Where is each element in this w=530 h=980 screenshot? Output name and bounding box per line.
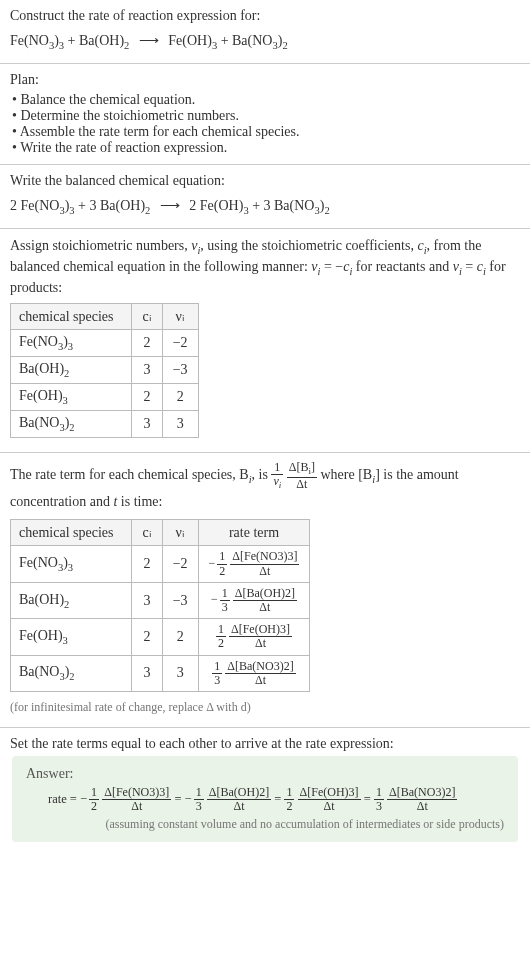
fraction: Δ[Ba(OH)2]Δt bbox=[233, 587, 297, 614]
numerator: Δ[Fe(NO3)3] bbox=[102, 786, 171, 800]
sub: 2 bbox=[145, 205, 150, 216]
species: Fe(OH) bbox=[168, 33, 212, 48]
sub: 3 bbox=[59, 40, 64, 51]
numerator: 1 bbox=[212, 660, 222, 674]
text: Ba(NO bbox=[19, 664, 59, 679]
answer-box: Answer: rate = −12 Δ[Fe(NO3)3]Δt = −13 Δ… bbox=[12, 756, 518, 842]
coeff: 2 bbox=[189, 198, 200, 213]
sign: − bbox=[185, 792, 192, 806]
numerator: Δ[Ba(OH)2] bbox=[233, 587, 297, 601]
table-row: Fe(OH)3 2 2 bbox=[11, 384, 199, 411]
rate-expression: rate = −12 Δ[Fe(NO3)3]Δt = −13 Δ[Ba(OH)2… bbox=[26, 786, 504, 813]
species: Ba(OH) bbox=[79, 33, 124, 48]
species: Ba(OH) bbox=[100, 198, 145, 213]
denominator: 3 bbox=[220, 601, 230, 614]
numerator: 1 bbox=[374, 786, 384, 800]
sub: 2 bbox=[124, 40, 129, 51]
text: Fe(OH) bbox=[19, 628, 63, 643]
final-section: Set the rate terms equal to each other t… bbox=[0, 728, 530, 858]
sign: − bbox=[80, 792, 87, 806]
text: Ba(NO bbox=[19, 415, 59, 430]
sub: 3 bbox=[69, 205, 74, 216]
fraction: 13 bbox=[194, 786, 204, 813]
table-row: Ba(NO3)2 3 3 bbox=[11, 410, 199, 437]
coeff: 3 bbox=[89, 198, 100, 213]
col-nui: νᵢ bbox=[162, 304, 198, 330]
cell-nui: 3 bbox=[162, 655, 198, 691]
denominator: νi bbox=[271, 475, 283, 491]
stoich-intro: Assign stoichiometric numbers, νi, using… bbox=[10, 237, 520, 298]
numerator: Δ[Ba(OH)2] bbox=[207, 786, 271, 800]
plus: + bbox=[68, 33, 79, 48]
denominator: 3 bbox=[194, 800, 204, 813]
fraction: 13 bbox=[220, 587, 230, 614]
cell-species: Ba(OH)2 bbox=[11, 582, 132, 618]
text: = − bbox=[320, 259, 343, 274]
fraction: Δ[Fe(NO3)3]Δt bbox=[230, 550, 299, 577]
numerator: 1 bbox=[89, 786, 99, 800]
sub: 3 bbox=[63, 395, 68, 406]
denominator: Δt bbox=[207, 800, 271, 813]
balanced-heading: Write the balanced chemical equation: bbox=[10, 173, 520, 189]
species: Fe(NO bbox=[10, 33, 49, 48]
text: The rate term for each chemical species,… bbox=[10, 467, 249, 482]
rate-word: rate = bbox=[48, 792, 80, 806]
text: where [B bbox=[321, 467, 373, 482]
denominator: Δt bbox=[230, 565, 299, 578]
cell-nui: −3 bbox=[162, 582, 198, 618]
table-row: Fe(OH)3 2 2 12 Δ[Fe(OH)3]Δt bbox=[11, 619, 310, 655]
table-row: Fe(NO3)3 2 −2 −12 Δ[Fe(NO3)3]Δt bbox=[11, 546, 310, 582]
text: Δ[B bbox=[289, 460, 309, 474]
text: ] bbox=[311, 460, 315, 474]
species: Ba(NO bbox=[274, 198, 314, 213]
denominator: 2 bbox=[216, 637, 226, 650]
rateterm-intro: The rate term for each chemical species,… bbox=[10, 461, 520, 514]
reaction-arrow-icon: ⟶ bbox=[133, 33, 165, 48]
table-header-row: chemical species cᵢ νᵢ bbox=[11, 304, 199, 330]
fraction: 13 bbox=[374, 786, 384, 813]
cell-ci: 2 bbox=[132, 619, 162, 655]
cell-rate: −12 Δ[Fe(NO3)3]Δt bbox=[198, 546, 310, 582]
sub: 3 bbox=[68, 341, 73, 352]
cell-ci: 3 bbox=[132, 582, 162, 618]
sub: 2 bbox=[64, 368, 69, 379]
text: Ba(OH) bbox=[19, 592, 64, 607]
cell-nui: −3 bbox=[162, 357, 198, 384]
final-heading: Set the rate terms equal to each other t… bbox=[10, 736, 520, 752]
table-row: Ba(OH)2 3 −3 −13 Δ[Ba(OH)2]Δt bbox=[11, 582, 310, 618]
cell-nui: 2 bbox=[162, 619, 198, 655]
cell-ci: 3 bbox=[132, 410, 162, 437]
answer-note: (assuming constant volume and no accumul… bbox=[26, 817, 504, 832]
species: Fe(NO bbox=[21, 198, 60, 213]
cell-species: Fe(NO3)3 bbox=[11, 546, 132, 582]
species: Ba(NO bbox=[232, 33, 272, 48]
text: Fe(OH) bbox=[19, 388, 63, 403]
cell-nui: −2 bbox=[162, 330, 198, 357]
sub: 2 bbox=[69, 422, 74, 433]
sub: i bbox=[279, 480, 282, 490]
denominator: Δt bbox=[298, 800, 361, 813]
col-nui: νᵢ bbox=[162, 520, 198, 546]
cell-ci: 2 bbox=[132, 546, 162, 582]
denominator: 2 bbox=[89, 800, 99, 813]
plus: + bbox=[252, 198, 263, 213]
fraction: Δ[Ba(OH)2]Δt bbox=[207, 786, 271, 813]
cell-nui: 3 bbox=[162, 410, 198, 437]
balanced-section: Write the balanced chemical equation: 2 … bbox=[0, 165, 530, 229]
fraction: 12 bbox=[284, 786, 294, 813]
fraction: Δ[Bi]Δt bbox=[287, 461, 317, 491]
col-ci: cᵢ bbox=[132, 304, 162, 330]
cell-species: Ba(NO3)2 bbox=[11, 410, 132, 437]
equals: = bbox=[174, 792, 184, 806]
text: Ba(OH) bbox=[19, 361, 64, 376]
rateterm-note: (for infinitesimal rate of change, repla… bbox=[10, 698, 520, 719]
plan-heading: Plan: bbox=[10, 72, 520, 88]
col-rate: rate term bbox=[198, 520, 310, 546]
reaction-arrow-icon: ⟶ bbox=[154, 198, 186, 213]
sign: − bbox=[211, 592, 218, 606]
problem-heading: Construct the rate of reaction expressio… bbox=[10, 8, 520, 24]
equals: = bbox=[364, 792, 374, 806]
text: Fe(NO bbox=[19, 334, 58, 349]
text: for reactants and bbox=[352, 259, 452, 274]
answer-label: Answer: bbox=[26, 766, 504, 782]
